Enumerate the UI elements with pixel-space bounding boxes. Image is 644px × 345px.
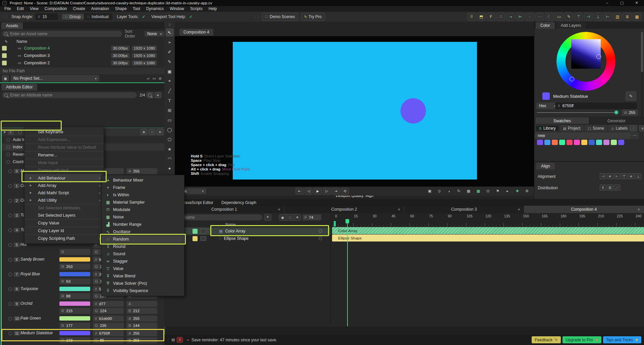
scrollbar-thumb[interactable] <box>641 32 643 72</box>
asset-color-swatch[interactable] <box>2 46 7 51</box>
tab-color[interactable]: Color <box>536 22 555 29</box>
connection-radio[interactable] <box>8 332 12 335</box>
alpha-field[interactable]: A255 <box>126 316 157 322</box>
hex-field[interactable]: #b1eb90 <box>93 316 124 322</box>
connection-radio[interactable] <box>6 160 10 164</box>
viewport-icon[interactable]: ↻ <box>455 188 463 194</box>
group-button[interactable]: ∷Group <box>62 14 84 20</box>
toolbar-icon[interactable]: ▭ <box>555 13 564 21</box>
trash-icon[interactable]: ⊘ <box>159 76 162 81</box>
alpha-field[interactable]: A255 <box>126 168 157 174</box>
blue-field[interactable]: B144 <box>126 323 157 329</box>
viewport-icon[interactable]: ▩ <box>475 188 482 194</box>
toolbar-icon[interactable]: ☾ <box>545 13 554 21</box>
tool-button[interactable]: ✦ <box>166 164 174 172</box>
hex-input[interactable]: #6755ff <box>555 102 637 109</box>
alignment-button[interactable]: ⊥ <box>635 173 641 179</box>
solo-radio[interactable] <box>18 130 22 134</box>
drag-handle-icon[interactable]: ⠿ <box>166 23 173 27</box>
red-field[interactable]: R177 <box>59 323 90 329</box>
connection-ring-icon[interactable] <box>319 229 322 233</box>
sort-order-select[interactable]: None▾ <box>145 31 164 37</box>
color-swatch[interactable] <box>552 140 558 145</box>
drag-handle-icon[interactable]: ⋮⋮ <box>2 15 8 19</box>
upgrade-to-pro-button[interactable]: Upgrade to Pro✦ <box>562 336 601 343</box>
asset-color-swatch[interactable] <box>2 53 7 58</box>
palette-row[interactable]: 11 Medium Slateblue #6755ff A255 R103 G8… <box>2 330 165 344</box>
toolbar-icon[interactable]: ▥ <box>613 13 622 21</box>
red-field[interactable]: R215 <box>59 308 90 314</box>
submenu-item[interactable]: ⊓ Modulate <box>102 206 184 213</box>
tool-button[interactable]: ✐ <box>166 48 174 56</box>
track-color-array[interactable]: Color Array <box>332 227 644 234</box>
context-menu-item[interactable]: Copy Scripting Path › <box>24 235 104 242</box>
submenu-item[interactable]: ▟ Number Range <box>102 221 184 228</box>
sv-picker-dot[interactable] <box>596 54 601 59</box>
close-icon[interactable]: ✕ <box>518 208 520 211</box>
connection-radio[interactable] <box>8 243 12 247</box>
red-field[interactable]: R103 <box>59 337 90 343</box>
list-view-icon[interactable]: ≡ <box>639 125 644 131</box>
red-field[interactable]: R <box>59 249 90 255</box>
track-ellipse-shape[interactable]: Ellipse Shape <box>332 234 644 242</box>
blue-field[interactable]: B255 <box>126 337 157 343</box>
tool-button[interactable]: ▣ <box>166 67 174 75</box>
palette-color-bar[interactable] <box>59 316 90 321</box>
context-menu-item[interactable]: Copy Value <box>24 219 104 227</box>
tab-generator[interactable]: Generator <box>589 117 644 124</box>
context-menu-item[interactable]: Control with Null <box>24 167 104 175</box>
tool-button[interactable]: ⬠ <box>166 135 174 143</box>
submenu-item[interactable]: ≍ Stagger <box>102 258 184 265</box>
alignment-button[interactable]: ⊢ <box>614 173 620 179</box>
color-swatch[interactable] <box>559 140 565 145</box>
alignment-button[interactable]: ≑ <box>628 173 634 179</box>
monitor-icon[interactable]: ▭ <box>152 76 156 81</box>
toolbar-icon[interactable]: ⊣ <box>584 13 593 21</box>
palette-color-bar[interactable] <box>59 257 90 262</box>
viewport-icon[interactable]: ✚ <box>514 188 521 194</box>
layer-color-swatch[interactable] <box>193 229 198 234</box>
tool-button[interactable]: T <box>166 96 174 105</box>
toolbar-icon[interactable]: ⊥ <box>594 13 602 21</box>
toolbar-icon[interactable]: ⊢ <box>603 13 612 21</box>
toolbar-icon[interactable]: ⊤ <box>574 13 583 21</box>
playhead-handle[interactable] <box>345 219 349 223</box>
asset-row[interactable]: ▭ Composition 3 30.00fps 1920 x 1080 <box>0 52 164 59</box>
green-field[interactable]: G85 <box>93 337 124 343</box>
submenu-item[interactable]: ▽ Value <box>102 265 184 272</box>
swatch-set-select[interactable]: new▾ <box>535 132 634 139</box>
toolbar-icon[interactable]: ∷ <box>496 13 505 21</box>
viewport-icon[interactable]: ▣ <box>426 188 433 194</box>
menu-item[interactable]: Dynamics <box>143 6 167 12</box>
viewport-composition-tab[interactable]: Composition 4 <box>179 29 213 36</box>
project-set-select[interactable]: No Project Set...▾ <box>11 75 99 82</box>
attribute-search-input[interactable] <box>2 92 137 98</box>
green-field[interactable]: G235 <box>93 323 124 329</box>
green-field[interactable]: G124 <box>93 308 124 314</box>
menu-item[interactable]: File <box>1 6 14 12</box>
viewport-canvas-area[interactable]: Hold SDirect Layer Selection SpacePlay/ … <box>175 36 534 187</box>
connection-radio[interactable] <box>8 199 12 203</box>
ellipse-shape-object[interactable] <box>400 98 426 124</box>
connection-radio[interactable] <box>8 273 12 276</box>
palette-color-bar[interactable] <box>59 272 90 276</box>
menu-item[interactable]: Shape <box>112 6 130 12</box>
context-menu-item[interactable]: Rename... <box>24 151 104 159</box>
asset-color-swatch[interactable] <box>2 61 7 65</box>
context-menu-item[interactable]: Reset Attribute Value to Default <box>24 144 104 151</box>
hex-field[interactable]: #d77 <box>93 301 124 307</box>
distribution-button[interactable]: ☰ <box>607 185 613 191</box>
folder-icon[interactable]: ▱ <box>147 76 150 81</box>
menu-item[interactable]: Window <box>167 6 187 12</box>
toolbar-icon[interactable]: ⠿ <box>467 13 476 21</box>
toolbar-icon[interactable]: ⊨ <box>516 13 525 21</box>
asset-search-input[interactable] <box>2 31 122 37</box>
enabled-checkbox[interactable]: ✓ <box>8 130 13 135</box>
console-icon[interactable]: ▤ <box>171 338 175 342</box>
transport-button[interactable]: ⇥ <box>332 188 340 195</box>
track-bar[interactable] <box>332 234 644 242</box>
tab-add-layers[interactable]: Add Layers <box>556 22 586 29</box>
tool-button[interactable]: ★ <box>166 145 174 153</box>
maximize-button[interactable]: ▢ <box>614 0 629 6</box>
toolbar-icon[interactable]: F <box>487 13 495 21</box>
